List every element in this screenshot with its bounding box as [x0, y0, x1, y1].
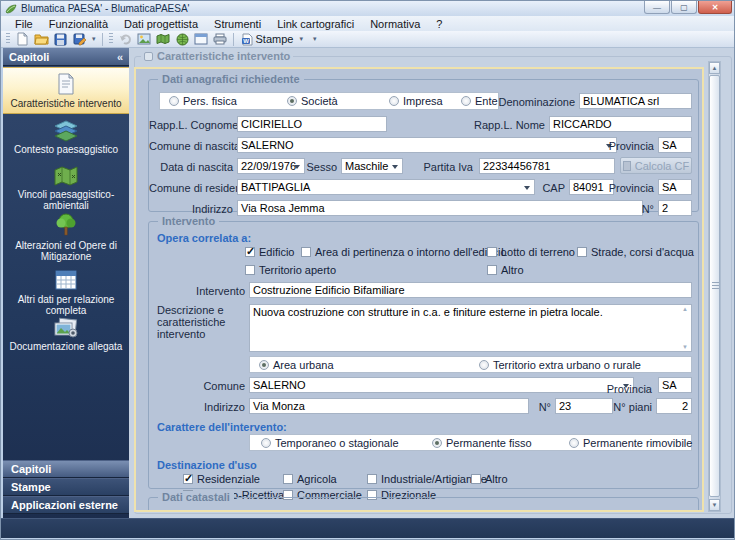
menu-strumenti[interactable]: Strumenti: [206, 18, 269, 30]
checkbox-icon: [577, 247, 587, 257]
sidebar-item-documentazione-allegata[interactable]: Documentazione allegata: [3, 312, 129, 360]
open-button[interactable]: [32, 32, 51, 47]
rappl-cognome-input[interactable]: CICIRIELLO: [237, 116, 387, 132]
numero-civico-input[interactable]: 23: [555, 398, 613, 414]
data-nascita-select[interactable]: 22/09/1976: [237, 158, 305, 174]
section-icon: [144, 52, 153, 61]
undo-button[interactable]: [116, 32, 135, 47]
numero-piani-input[interactable]: 2: [656, 398, 692, 414]
comune-nascita-select[interactable]: SALERNO: [237, 137, 617, 153]
scrollbar-thumb[interactable]: [709, 75, 720, 497]
sidebar-item-contesto-paesaggistico[interactable]: Contesto paesaggistico: [3, 114, 129, 160]
image-viewer-button[interactable]: [135, 32, 154, 47]
scroll-down-icon: ▼: [682, 344, 688, 350]
globe-button[interactable]: [173, 32, 192, 47]
save-icon: [54, 33, 67, 46]
checkbox-altro-opera[interactable]: Altro: [487, 264, 524, 276]
radio-permanente-fisso[interactable]: Permanente fisso: [432, 437, 532, 449]
radio-impresa[interactable]: Impresa: [389, 95, 443, 107]
partita-iva-input[interactable]: 22334456781: [479, 158, 615, 174]
sesso-select[interactable]: Maschile: [341, 158, 403, 174]
checkbox-industriale[interactable]: Industriale/Artigianale: [367, 473, 487, 485]
status-bar: [1, 518, 735, 538]
sidebar-section-applicazioni-esterne[interactable]: Applicazioni esterne: [3, 496, 129, 514]
sidebar-item-vincoli-paesaggistico[interactable]: Vincoli paesaggistico-ambientali: [3, 160, 129, 208]
menu-normativa[interactable]: Normativa: [362, 18, 428, 30]
toolbar-grip[interactable]: [109, 33, 113, 45]
radio-societa[interactable]: Società: [287, 95, 338, 107]
stampe-button[interactable]: W Stampe ▾: [237, 33, 310, 46]
checkbox-strade[interactable]: Strade, corsi d'acqua: [577, 246, 694, 258]
toolbar-grip[interactable]: [6, 33, 10, 45]
provincia-nascita-label: Provincia: [607, 140, 654, 152]
checkbox-residenziale[interactable]: Residenziale: [183, 473, 260, 485]
radio-territorio-extra[interactable]: Territorio extra urbano o rurale: [479, 359, 641, 371]
toolbar-options-arrow[interactable]: ▾: [310, 35, 320, 43]
descrizione-textarea[interactable]: Nuova costruzione con strutture in c.a. …: [249, 304, 692, 352]
toolbar-options-arrow[interactable]: ▾: [89, 35, 99, 43]
map-tool-button[interactable]: [154, 32, 173, 47]
radio-icon: [461, 96, 471, 106]
minimize-button[interactable]: —: [644, 1, 670, 14]
textarea-scrollbar[interactable]: ▲▼: [680, 306, 690, 350]
radio-permanente-rimovibile[interactable]: Permanente rimovibile: [569, 437, 692, 449]
collapse-sidebar-icon[interactable]: «: [117, 51, 123, 63]
numero-input[interactable]: 2: [658, 200, 692, 216]
menu-funzionalita[interactable]: Funzionalità: [41, 18, 116, 30]
new-document-button[interactable]: [13, 32, 32, 47]
comune-select[interactable]: SALERNO: [249, 377, 634, 393]
checkbox-edificio[interactable]: Edificio: [245, 246, 294, 258]
provincia-input[interactable]: SA: [658, 377, 692, 393]
catastali-field[interactable]: [224, 510, 304, 512]
form-window-button[interactable]: [192, 32, 211, 47]
save-as-button[interactable]: [70, 32, 89, 47]
scroll-up-button[interactable]: ▲: [709, 62, 720, 74]
indirizzo-label: Indirizzo: [149, 203, 233, 215]
scrollbar-grip: [712, 282, 719, 290]
scroll-down-button[interactable]: ▼: [709, 499, 720, 511]
descrizione-label: Descrizione e caratteristiche intervento: [157, 304, 243, 340]
print-button[interactable]: [211, 32, 230, 47]
radio-pers-fisica[interactable]: Pers. fisica: [169, 95, 237, 107]
vertical-scrollbar[interactable]: ▲ ▼: [708, 61, 721, 512]
destinazione-uso-label: Destinazione d'uso: [157, 459, 257, 471]
radio-temporaneo[interactable]: Temporaneo o stagionale: [261, 437, 399, 449]
provincia-residenza-input[interactable]: SA: [658, 179, 692, 195]
sidebar-item-alterazioni-opere[interactable]: Alterazioni ed Opere di Mitigazione: [3, 208, 129, 264]
intervento-label: Intervento: [159, 285, 245, 297]
indirizzo-intervento-input[interactable]: Via Monza: [249, 398, 529, 414]
window-title: Blumatica PAESA' - BlumaticaPAESA': [21, 3, 190, 14]
calcola-cf-button[interactable]: Calcola CF: [620, 157, 692, 174]
group-intervento: Intervento Opera correlata a: Edificio A…: [148, 221, 699, 489]
radio-area-urbana[interactable]: Area urbana: [259, 359, 334, 371]
provincia-label: Provincia: [605, 383, 652, 395]
sidebar-section-capitoli[interactable]: Capitoli: [3, 460, 129, 478]
menu-help[interactable]: ?: [428, 18, 450, 30]
radio-ente[interactable]: Ente: [461, 95, 498, 107]
close-button[interactable]: ✕: [698, 1, 732, 14]
rappl-nome-input[interactable]: RICCARDO: [549, 116, 692, 132]
provincia-residenza-label: Provincia: [607, 182, 654, 194]
checkbox-altro-destinazione[interactable]: Altro: [471, 473, 508, 485]
menu-file[interactable]: File: [7, 18, 41, 30]
checkbox-icon: [245, 247, 255, 257]
indirizzo-input[interactable]: Via Rosa Jemma: [237, 200, 643, 216]
save-button[interactable]: [51, 32, 70, 47]
maximize-button[interactable]: ▢: [671, 1, 697, 14]
menu-link-cartografici[interactable]: Link cartografici: [269, 18, 362, 30]
sidebar-item-altri-dati[interactable]: Altri dati per relazione completa: [3, 264, 129, 312]
intervento-input[interactable]: Costruzione Edificio Bifamiliare: [249, 282, 692, 298]
catastali-field[interactable]: [314, 510, 692, 512]
denominazione-input[interactable]: BLUMATICA srl: [579, 93, 692, 109]
checkbox-lotto-terreno[interactable]: Lotto di terreno: [487, 246, 575, 258]
sidebar-item-caratteristiche-intervento[interactable]: Caratteristiche intervento: [3, 67, 129, 114]
menu-dati-progettista[interactable]: Dati progettista: [116, 18, 206, 30]
sidebar-section-stampe[interactable]: Stampe: [3, 478, 129, 496]
checkbox-area-pertinenza[interactable]: Area di pertinenza o intorno dell'edific…: [301, 246, 507, 258]
checkbox-agricola[interactable]: Agricola: [283, 473, 337, 485]
comune-residenza-select[interactable]: BATTIPAGLIA: [237, 179, 535, 195]
partita-iva-label: Partita Iva: [415, 161, 473, 173]
provincia-nascita-input[interactable]: SA: [658, 137, 692, 153]
checkbox-territorio-aperto[interactable]: Territorio aperto: [245, 264, 336, 276]
open-folder-icon: [34, 33, 49, 45]
